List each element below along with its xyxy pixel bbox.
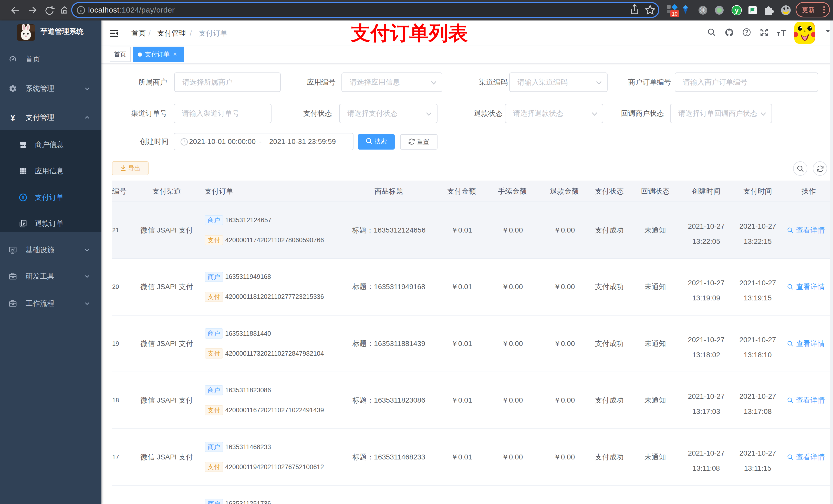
svg-text:¥: ¥ xyxy=(22,195,25,200)
svg-text:y: y xyxy=(735,7,739,14)
svg-text:⌘: ⌘ xyxy=(699,6,706,14)
svg-text:10: 10 xyxy=(672,11,677,17)
